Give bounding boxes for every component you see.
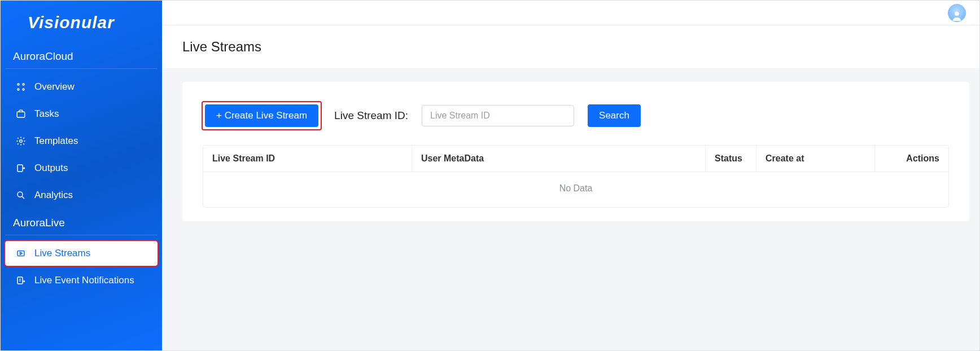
card: + Create Live Stream Live Stream ID: Sea…	[182, 82, 969, 221]
sidebar-item-live-event-notifications[interactable]: Live Event Notifications	[5, 268, 158, 293]
svg-point-2	[18, 89, 19, 90]
svg-point-1	[23, 84, 24, 85]
sidebar-item-label: Outputs	[34, 163, 68, 174]
sidebar-item-overview[interactable]: Overview	[5, 74, 158, 99]
svg-point-7	[18, 192, 23, 197]
sidebar-item-label: Overview	[34, 81, 75, 93]
main: Live Streams + Create Live Stream Live S…	[162, 1, 979, 350]
live-stream-id-input[interactable]	[422, 105, 574, 126]
col-create-at: Create at	[756, 146, 875, 172]
sidebar-item-label: Live Streams	[34, 248, 90, 259]
sidebar-item-label: Tasks	[34, 108, 59, 120]
create-live-stream-button[interactable]: + Create Live Stream	[205, 104, 318, 127]
content: + Create Live Stream Live Stream ID: Sea…	[162, 68, 979, 350]
stream-icon	[15, 248, 27, 259]
table-empty-state: No Data	[203, 172, 948, 207]
export-icon	[15, 163, 27, 174]
svg-point-0	[18, 84, 19, 85]
svg-rect-8	[18, 251, 24, 256]
grid-icon	[15, 81, 27, 93]
live-stream-id-label: Live Stream ID:	[334, 109, 408, 122]
avatar[interactable]	[948, 4, 966, 22]
svg-rect-4	[17, 112, 25, 117]
streams-table: Live Stream ID User MetaData Status Crea…	[203, 145, 949, 208]
notification-icon	[15, 275, 27, 286]
sidebar-item-label: Live Event Notifications	[34, 275, 134, 286]
toolbar: + Create Live Stream Live Stream ID: Sea…	[203, 102, 949, 129]
sidebar-item-live-streams[interactable]: Live Streams	[5, 241, 158, 266]
sidebar-item-label: Analytics	[34, 190, 73, 201]
sidebar-section-auroracloud: AuroraCloud	[5, 42, 158, 69]
col-live-stream-id: Live Stream ID	[203, 146, 412, 172]
search-icon	[15, 190, 27, 201]
sidebar: Visionular AuroraCloud Overview Tasks Te…	[1, 1, 162, 350]
sidebar-item-outputs[interactable]: Outputs	[5, 156, 158, 181]
svg-point-5	[20, 140, 23, 143]
search-button[interactable]: Search	[588, 104, 641, 127]
sidebar-item-tasks[interactable]: Tasks	[5, 102, 158, 126]
col-status: Status	[706, 146, 756, 172]
svg-point-3	[23, 89, 24, 90]
page-title: Live Streams	[162, 25, 979, 68]
sidebar-item-label: Templates	[34, 135, 78, 147]
sidebar-item-templates[interactable]: Templates	[5, 129, 158, 153]
create-highlight: + Create Live Stream	[203, 102, 321, 129]
table-header: Live Stream ID User MetaData Status Crea…	[203, 146, 948, 172]
briefcase-icon	[15, 108, 27, 120]
col-actions: Actions	[875, 146, 948, 172]
sidebar-item-analytics[interactable]: Analytics	[5, 183, 158, 208]
topbar	[162, 1, 979, 25]
sidebar-section-auroralive: AuroraLive	[5, 209, 158, 235]
svg-point-10	[955, 11, 959, 15]
svg-rect-6	[18, 165, 23, 172]
col-user-metadata: User MetaData	[412, 146, 706, 172]
brand-logo: Visionular	[1, 3, 162, 42]
gear-icon	[15, 135, 27, 147]
